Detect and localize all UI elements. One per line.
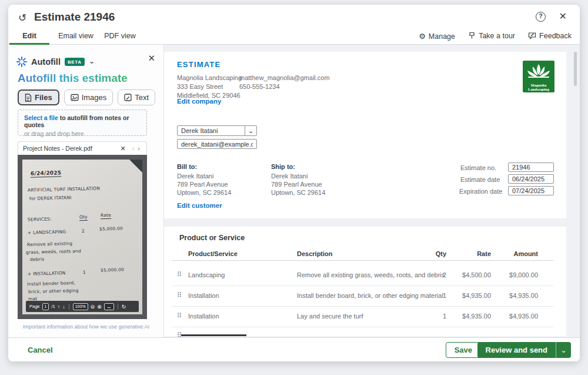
company-address: Magnolia Landscaping 333 Easy Street Mid… <box>177 74 242 100</box>
autofill-title: Autofill <box>31 57 61 67</box>
page-number-input[interactable]: 1 <box>42 303 49 310</box>
row-divider <box>172 286 553 286</box>
file-name: Project Notes - Derek.pdf <box>23 145 118 152</box>
tab-pdf-view[interactable]: PDF view <box>98 29 142 45</box>
dialog-footer: Cancel Save ⌄ Review and send ⌄ <box>8 337 580 361</box>
lotus-icon <box>526 63 552 81</box>
toolbar-divider <box>118 304 118 310</box>
file-dropzone[interactable]: Select a file to autofill from notes or … <box>18 109 147 136</box>
dialog-header: ↺ Estimate 21946 ? ✕ <box>8 5 580 29</box>
select-chevron-down-icon: ⌄ <box>245 126 256 135</box>
page-corner-fold <box>129 160 142 172</box>
generative-ai-disclaimer-link[interactable]: Important information about how we use g… <box>8 324 164 330</box>
gear-icon: ⚙ <box>419 32 426 41</box>
file-chip: Project Notes - Derek.pdf ✕ ‹ › <box>18 141 147 155</box>
drag-handle-icon[interactable]: ⠿ <box>177 312 181 320</box>
col-description: Description <box>297 250 333 257</box>
page-down-icon[interactable]: ↓ <box>62 304 65 310</box>
close-autofill-panel-icon[interactable]: ✕ <box>148 53 155 64</box>
tour-pin-icon <box>468 32 476 39</box>
review-and-send-button[interactable]: Review and send <box>477 342 556 358</box>
col-product-service: Product/Service <box>188 250 238 257</box>
drag-handle-icon[interactable]: ⠿ <box>177 271 181 278</box>
cancel-button[interactable]: Cancel <box>28 346 53 354</box>
estimate-header: ESTIMATE <box>177 60 220 69</box>
select-a-file-link[interactable]: Select a file <box>24 114 58 121</box>
prev-page-icon[interactable]: ‹ <box>131 145 136 152</box>
review-split-button: Review and send ⌄ <box>477 342 571 358</box>
edit-customer-link[interactable]: Edit customer <box>177 202 222 209</box>
files-button[interactable]: Files <box>18 89 59 105</box>
row-divider <box>172 306 553 307</box>
autofill-panel: ✕ Autofill BETA ⌄ Autofill this estimate… <box>8 45 164 337</box>
autofill-heading: Autofill this estimate <box>18 72 128 85</box>
image-icon <box>71 94 79 101</box>
col-amount: Amount <box>491 250 538 257</box>
zoom-level[interactable]: 100% <box>73 303 88 310</box>
history-icon[interactable]: ↺ <box>18 12 26 24</box>
autofill-sparkle-icon <box>16 57 27 67</box>
note-photo: 6/24/2025 ARTIFICIAL TURF INSTALLATION f… <box>22 160 142 314</box>
ship-to-label: Ship to: <box>271 163 295 170</box>
expiration-date-label: Expiration date <box>459 188 502 195</box>
ship-to-address: Derek Itatani 789 Pearl Avenue Uptown, S… <box>271 172 325 197</box>
edit-company-link[interactable]: Edit company <box>177 98 221 105</box>
drag-handle-icon[interactable]: ⠿ <box>177 291 181 299</box>
file-icon <box>25 94 32 102</box>
toolbar-divider <box>69 304 69 310</box>
dropzone-hint: or drag and drop here <box>24 130 141 137</box>
customer-email-input[interactable] <box>177 139 257 149</box>
rotate-icon[interactable]: ↻ <box>122 304 126 310</box>
estimate-dialog: ↺ Estimate 21946 ? ✕ Edit Email view PDF… <box>8 5 580 361</box>
product-service-card: Product or Service Product/Service Descr… <box>164 227 566 336</box>
section-title: Product or Service <box>179 234 245 242</box>
text-button[interactable]: Text <box>118 89 155 105</box>
page: ↺ Estimate 21946 ? ✕ Edit Email view PDF… <box>0 0 588 375</box>
autofill-chevron-down-icon[interactable]: ⌄ <box>89 57 95 65</box>
save-button[interactable]: Save <box>446 343 480 357</box>
review-chevron-down-icon[interactable]: ⌄ <box>556 342 571 358</box>
pdf-preview: 6/24/2025 ARTIFICIAL TURF INSTALLATION f… <box>18 155 147 319</box>
customer-select[interactable]: Derek Itatani ⌄ <box>177 125 257 136</box>
remove-file-icon[interactable]: ✕ <box>120 145 125 152</box>
bill-to-label: Bill to: <box>177 163 197 170</box>
help-icon[interactable]: ? <box>536 12 546 22</box>
tab-email-view[interactable]: Email view <box>52 29 100 45</box>
zoom-out-icon[interactable]: ⊖ <box>91 304 95 310</box>
company-logo: Magnolia Landscaping <box>523 61 554 92</box>
estimate-form: ESTIMATE Magnolia Landscaping 333 Easy S… <box>164 45 580 337</box>
bill-to-address: Derek Itatani 789 Pearl Avenue Uptown, S… <box>177 172 231 197</box>
expiration-date-input[interactable] <box>508 186 554 195</box>
source-buttons: Files Images Text <box>18 89 155 105</box>
feedback-button[interactable]: Feedback <box>528 32 572 40</box>
dialog-title: Estimate 21946 <box>34 11 115 24</box>
manage-button[interactable]: ⚙Manage <box>419 32 455 41</box>
next-page-icon[interactable]: › <box>136 145 142 152</box>
take-a-tour-button[interactable]: Take a tour <box>468 32 515 40</box>
pdf-toolbar: Page 1 /1 ↑ ↓ 100% ⊖ ⊕ ↔ ↻ <box>26 301 139 312</box>
tab-edit[interactable]: Edit <box>9 29 49 45</box>
row-divider <box>172 327 553 327</box>
beta-badge: BETA <box>65 58 85 66</box>
close-dialog-icon[interactable]: ✕ <box>559 11 567 22</box>
estimate-no-label: Estimate no. <box>460 164 496 171</box>
company-contact: matthew_magnolia@gmail.com 650-555-1234 <box>239 74 330 91</box>
zoom-in-icon[interactable]: ⊕ <box>97 304 102 310</box>
page-label: Page <box>29 304 40 309</box>
scrollbar-thumb[interactable] <box>574 52 577 86</box>
estimate-date-input[interactable] <box>508 174 554 184</box>
estimate-no-input[interactable] <box>508 162 554 172</box>
pencil-square-icon <box>124 94 132 101</box>
col-rate: Rate <box>450 250 491 257</box>
feedback-bubble-icon <box>528 32 536 39</box>
fit-width-icon[interactable]: ↔ <box>104 303 114 310</box>
note-date: 6/24/2025 <box>31 170 62 177</box>
tab-bar: Edit Email view PDF view ⚙Manage Take a … <box>8 29 580 45</box>
table-header-divider <box>172 260 553 261</box>
partial-button-edge <box>181 334 246 336</box>
page-up-icon[interactable]: ↑ <box>58 304 61 310</box>
page-total: /1 <box>51 304 55 309</box>
estimate-date-label: Estimate date <box>460 176 500 183</box>
estimate-info-card: ESTIMATE Magnolia Landscaping 333 Easy S… <box>164 52 566 218</box>
images-button[interactable]: Images <box>64 89 113 105</box>
